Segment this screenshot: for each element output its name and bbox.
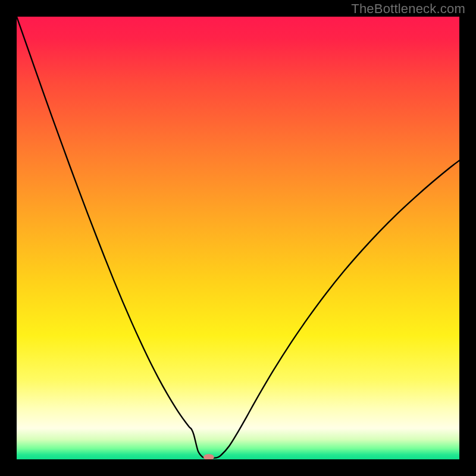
chart-svg xyxy=(17,17,459,459)
chart-plot-area xyxy=(17,17,459,459)
chart-background xyxy=(17,17,459,459)
watermark-text: TheBottleneck.com xyxy=(351,1,465,17)
chart-container: { "watermark": "TheBottleneck.com", "cha… xyxy=(0,0,476,476)
